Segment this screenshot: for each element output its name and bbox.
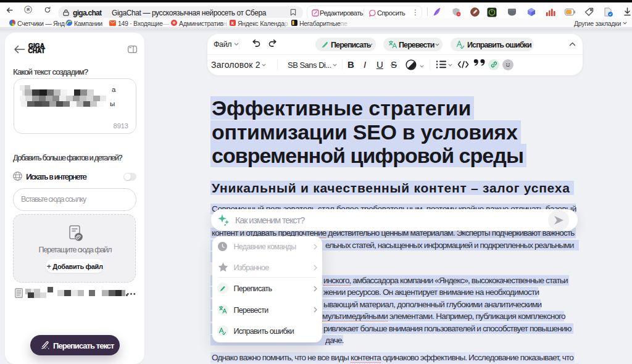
svg-text:CHAT: CHAT: [28, 48, 45, 54]
svg-text:К: К: [231, 21, 235, 25]
svg-text:Я: Я: [27, 7, 30, 12]
